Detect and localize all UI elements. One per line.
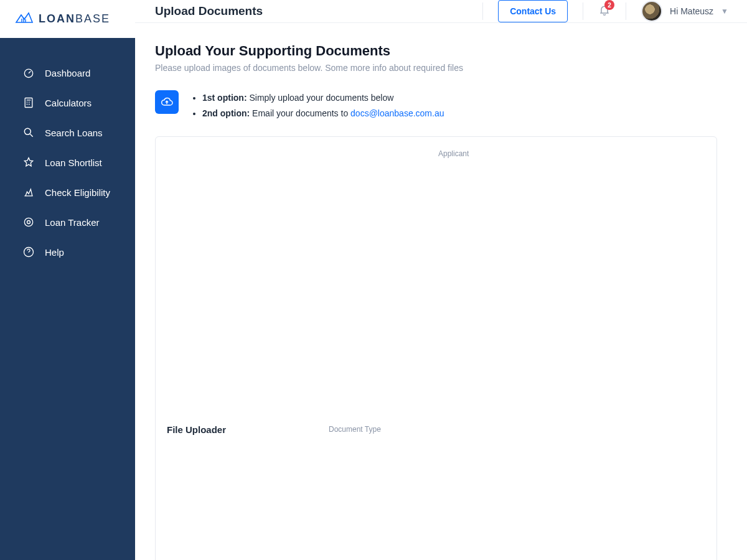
svg-point-3 <box>24 218 32 226</box>
sidebar-item-calculators[interactable]: Calculators <box>0 88 135 118</box>
docs-email-link[interactable]: docs@loanbase.com.au <box>350 108 444 118</box>
sidebar-item-label: Check Eligibility <box>45 187 110 198</box>
content: Upload Your Supporting Documents Please … <box>135 23 747 560</box>
sidebar-item-label: Loan Tracker <box>45 217 100 228</box>
target-icon <box>22 216 35 228</box>
sidebar-item-check-eligibility[interactable]: Check Eligibility <box>0 177 135 207</box>
star-icon <box>22 156 35 169</box>
upload-options-list: 1st option: Simply upload your documents… <box>192 90 444 121</box>
brand-logo[interactable]: LOANBASE <box>0 0 135 38</box>
search-icon <box>22 126 35 139</box>
sidebar-item-label: Calculators <box>45 98 92 108</box>
logo-icon <box>15 12 34 27</box>
sidebar: LOANBASE Dashboard Calculators Search Lo… <box>0 0 135 560</box>
upload-option-2: 2nd option: Email your documents to docs… <box>202 106 444 121</box>
svg-point-2 <box>24 128 31 134</box>
sidebar-item-loan-tracker[interactable]: Loan Tracker <box>0 207 135 237</box>
upload-chip-icon <box>155 90 179 114</box>
gauge-icon <box>22 67 35 79</box>
topbar: Upload Documents Contact Us 2 Hi Mateusz… <box>135 0 747 23</box>
notification-badge: 2 <box>604 0 614 10</box>
calculator-icon <box>22 96 35 109</box>
sidebar-item-help[interactable]: Help <box>0 237 135 267</box>
column-header-type: Document Type <box>329 425 425 434</box>
panel-title: File Uploader <box>167 424 329 435</box>
sidebar-item-search-loans[interactable]: Search Loans <box>0 118 135 147</box>
sidebar-item-loan-shortlist[interactable]: Loan Shortlist <box>0 147 135 177</box>
help-icon <box>22 246 35 258</box>
notifications-button[interactable]: 2 <box>598 4 611 19</box>
sidebar-item-label: Search Loans <box>45 128 103 138</box>
page-title: Upload Documents <box>155 4 263 18</box>
divider <box>482 2 483 20</box>
svg-rect-1 <box>25 98 32 108</box>
user-menu[interactable]: Hi Mateusz ▼ <box>641 1 728 22</box>
column-header-applicant: Applicant <box>438 149 519 560</box>
svg-point-4 <box>27 221 31 224</box>
user-greeting: Hi Mateusz <box>670 6 713 16</box>
sidebar-item-dashboard[interactable]: Dashboard <box>0 58 135 88</box>
check-circle-icon <box>22 186 35 198</box>
chevron-down-icon: ▼ <box>721 7 728 16</box>
sidebar-item-label: Loan Shortlist <box>45 157 102 168</box>
upload-option-1: 1st option: Simply upload your documents… <box>202 90 444 106</box>
logo-text: LOANBASE <box>39 12 110 26</box>
section-subtitle: Please upload images of documents below.… <box>155 63 717 73</box>
avatar <box>641 1 662 22</box>
section-heading: Upload Your Supporting Documents <box>155 43 717 59</box>
file-uploader-panel: File Uploader Document Type Applicant ta… <box>155 136 717 560</box>
divider <box>626 2 626 20</box>
contact-us-button[interactable]: Contact Us <box>498 0 568 22</box>
divider <box>583 2 583 20</box>
sidebar-item-label: Help <box>45 247 64 258</box>
sidebar-item-label: Dashboard <box>45 68 90 78</box>
